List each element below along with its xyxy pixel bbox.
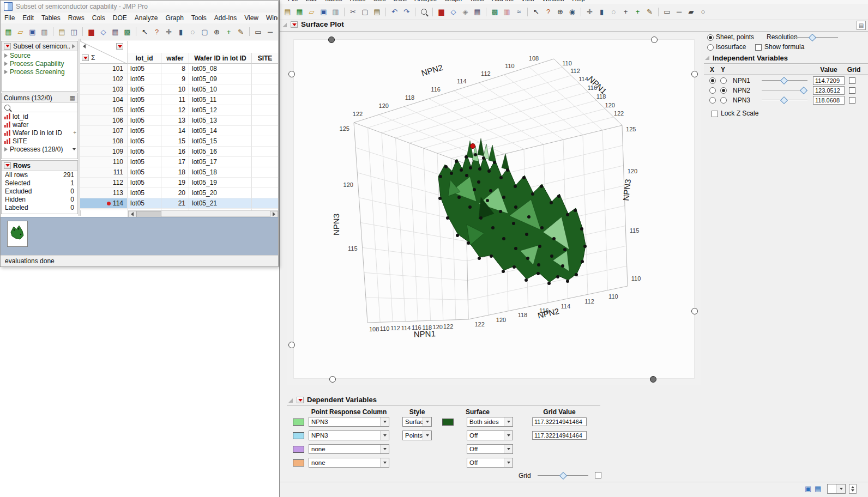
dock-window-icon[interactable]: ▣ [805, 484, 811, 493]
style-select[interactable]: Surface [402, 417, 432, 427]
menu-rows[interactable]: Rows [346, 0, 370, 3]
rotate-handle[interactable] [650, 376, 656, 383]
copy-icon[interactable]: ▢ [359, 6, 371, 17]
rows-menu-button[interactable] [4, 162, 11, 169]
grid-slider[interactable] [538, 472, 588, 478]
annotate-rect-icon[interactable]: ▭ [252, 26, 264, 38]
menu-tools[interactable]: Tools [188, 13, 210, 23]
style-select[interactable]: Points [402, 431, 432, 440]
surface-mesh[interactable] [438, 138, 586, 282]
table-row[interactable]: 113lot0520lot05_20 [80, 188, 279, 198]
row-number-cell[interactable]: 102 [80, 74, 128, 84]
row-stat[interactable]: Selected1 [2, 179, 77, 187]
iv-y-radio-npn2[interactable] [720, 87, 727, 94]
arrange-windows-icon[interactable]: ▤ [815, 484, 821, 493]
hand-tool-icon[interactable]: ✚ [584, 6, 595, 17]
table-row[interactable]: 102lot059lot05_09 [80, 74, 279, 84]
window-list-dropdown[interactable] [827, 484, 846, 494]
surface-mode-select[interactable]: Off [467, 431, 513, 440]
report-disclosure-icon[interactable] [282, 23, 287, 27]
iv-value-input-npn1[interactable]: 114.7209 [813, 76, 845, 85]
independent-variables-disclosure-icon[interactable] [705, 56, 709, 60]
row-number-cell[interactable]: 101 [80, 64, 128, 74]
menu-rows[interactable]: Rows [64, 13, 88, 23]
column-list-item[interactable]: lot_id [2, 112, 77, 120]
resolution-slider[interactable] [791, 34, 838, 40]
slider-thumb-icon[interactable] [780, 77, 788, 84]
print-icon[interactable]: ▥ [39, 26, 50, 38]
table-row[interactable]: 111lot0518lot05_18 [80, 167, 279, 178]
point-response-column-select[interactable]: NPN3 [309, 417, 389, 427]
horizontal-scrollbar[interactable] [128, 210, 279, 217]
row-number-cell[interactable]: 105 [80, 105, 128, 116]
iv-value-input-npn2[interactable]: 123.0512 [813, 86, 845, 95]
menu-graph[interactable]: Graph [441, 0, 466, 3]
dependent-variables-menu-button[interactable] [297, 397, 304, 403]
globe-tool-icon[interactable]: ◉ [566, 6, 578, 17]
table-row[interactable]: 105lot0512lot05_12 [80, 105, 279, 116]
point-response-column-select[interactable]: none [309, 458, 389, 468]
collapse-panels-icon[interactable] [83, 44, 86, 49]
column-list-item[interactable]: SITE [2, 137, 77, 145]
table-menu-button[interactable] [4, 43, 11, 50]
row-number-cell[interactable]: 108 [80, 136, 128, 147]
chart-icon[interactable]: ▥ [501, 6, 513, 17]
iv-y-radio-npn1[interactable] [720, 77, 727, 84]
point-response-column-select[interactable]: none [309, 444, 389, 454]
hand-tool-icon[interactable]: ✚ [163, 26, 174, 38]
annotate-oval-icon[interactable]: ○ [697, 6, 709, 17]
surface-plot-menu-button[interactable] [291, 21, 298, 28]
column-header-wafer-id[interactable]: Wafer ID in lot ID [189, 53, 252, 64]
dropdown-button[interactable] [380, 417, 389, 426]
surface-mode-select[interactable]: Off [467, 458, 513, 468]
iv-slider-npn1[interactable] [762, 77, 807, 83]
row-number-cell[interactable]: 103 [80, 84, 128, 95]
surface-mode-select[interactable]: Both sides [467, 417, 513, 427]
graph-builder-icon[interactable]: ▩ [489, 6, 501, 17]
plus-tool-icon[interactable]: + [632, 6, 643, 17]
magnifier-icon[interactable] [418, 6, 430, 17]
iv-y-radio-npn3[interactable] [720, 97, 727, 104]
lock-z-scale-checkbox[interactable] [712, 111, 718, 117]
menu-window[interactable]: Window [538, 0, 568, 3]
row-number-cell[interactable]: 106 [80, 116, 128, 126]
menu-analyze[interactable]: Analyze [131, 13, 162, 23]
rotate-handle[interactable] [329, 376, 336, 383]
menu-addins[interactable]: Add-Ins [488, 0, 517, 3]
table-script-item[interactable]: Process Screening [2, 68, 77, 76]
summary-icon[interactable]: Σ [91, 54, 95, 62]
grid-value-input[interactable]: 117.32214941464 [532, 417, 587, 426]
save-icon[interactable]: ▣ [27, 26, 38, 38]
dropdown-button[interactable] [423, 431, 431, 440]
table-script-item[interactable]: Process Capability [2, 59, 77, 68]
title-bar[interactable]: Subset of semiconductor capability - JMP… [1, 1, 278, 13]
slider-thumb-icon[interactable] [559, 472, 567, 480]
menu-doe[interactable]: DOE [389, 0, 411, 3]
menu-edit[interactable]: Edit [302, 0, 321, 3]
print-icon[interactable]: ▥ [330, 6, 341, 17]
rotate-handle[interactable] [328, 37, 335, 43]
crosshair-tool-icon[interactable]: + [620, 6, 631, 17]
help-tool-icon[interactable]: ? [542, 6, 554, 17]
brush-tool-icon[interactable]: ▮ [175, 26, 186, 38]
open-icon[interactable]: ▱ [15, 26, 26, 38]
pencil-tool-icon[interactable]: ✎ [235, 26, 246, 38]
point-color-swatch[interactable] [293, 419, 304, 426]
surface-mode-select[interactable]: Off [467, 444, 513, 454]
help-tool-icon[interactable]: ? [151, 26, 162, 38]
grid-corner[interactable]: Σ [80, 41, 128, 64]
brush-tool-icon[interactable]: ▮ [596, 6, 607, 17]
matched-pairs-icon[interactable]: ◈ [460, 6, 471, 17]
cut-icon[interactable]: ✂ [347, 6, 359, 17]
menu-help[interactable]: Help [568, 0, 589, 3]
table-row[interactable]: 104lot0511lot05_11 [80, 95, 279, 105]
iv-x-radio-npn1[interactable] [709, 77, 716, 84]
pencil-tool-icon[interactable]: ✎ [644, 6, 655, 17]
columns-search-input[interactable] [2, 103, 77, 112]
table-row[interactable]: 101lot058lot05_08 [80, 64, 279, 74]
highlighted-point[interactable] [471, 144, 475, 149]
rows-menu-button[interactable] [82, 54, 89, 61]
menu-doe[interactable]: DOE [109, 13, 131, 23]
dropdown-button[interactable] [423, 417, 431, 426]
magnifier-tool-icon[interactable]: ▢ [199, 26, 210, 38]
